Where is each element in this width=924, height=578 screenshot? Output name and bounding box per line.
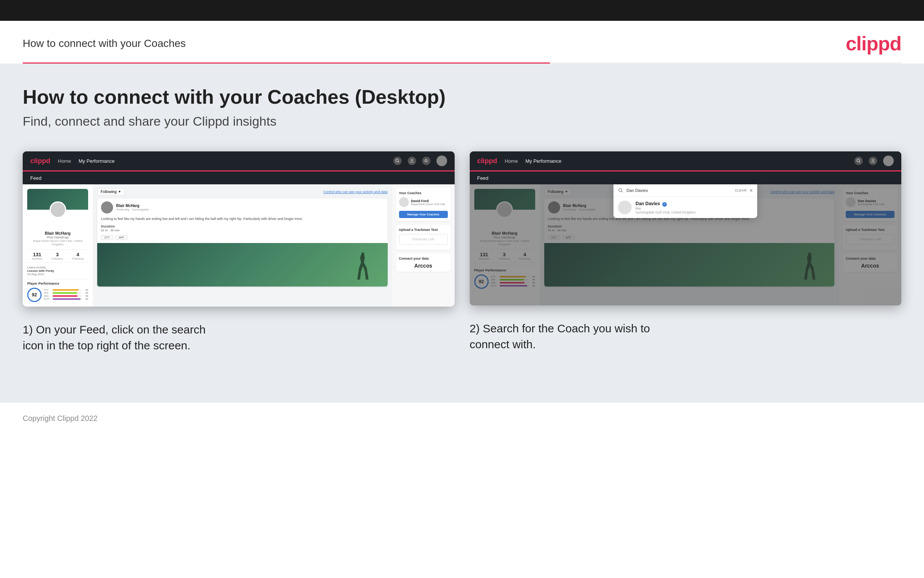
svg-point-3 bbox=[857, 159, 860, 162]
trackman-title-1: Upload a Trackman Test bbox=[399, 228, 448, 232]
post-image-1 bbox=[97, 243, 388, 287]
nav-performance-1[interactable]: My Performance bbox=[79, 158, 115, 164]
profile-name-2: Blair McHarg bbox=[474, 231, 535, 235]
feed-tab-1[interactable]: Feed bbox=[23, 170, 455, 184]
feed-tab-label-2: Feed bbox=[477, 175, 489, 181]
following-row-1: Following ▼ Control who can see your act… bbox=[97, 188, 388, 195]
result-location: Sunningdale Golf Club, United Kingdom bbox=[635, 211, 696, 214]
manage-coaches-btn-1[interactable]: Manage Your Coaches bbox=[399, 211, 448, 218]
search-bar: Dan Davies CLEAR × bbox=[613, 184, 757, 197]
profile-name-1: Blair McHarg bbox=[27, 231, 88, 235]
quality-row-1: 92 OTT90 APP85 ARG86 PUTT96 bbox=[27, 288, 88, 302]
profile-handicap-2: Plus Handicap bbox=[474, 235, 535, 239]
profile-banner-2 bbox=[474, 189, 535, 210]
post-author-name-1: Blair McHarg bbox=[116, 204, 149, 208]
nav-right-2 bbox=[854, 156, 894, 166]
svg-point-5 bbox=[872, 159, 874, 161]
control-link-1[interactable]: Control who can see your activity and da… bbox=[324, 190, 388, 194]
post-action-ott-1[interactable]: OTT bbox=[101, 235, 113, 240]
perf-2: Player Performance 92 OTT90 APP85 ARG86 … bbox=[474, 266, 535, 289]
svg-point-6 bbox=[619, 188, 622, 192]
app-nav-1: clippd Home My Performance bbox=[23, 151, 455, 170]
coaches-section-1: Your Coaches David Ford Royal North Devo… bbox=[396, 188, 451, 221]
nav-performance-2[interactable]: My Performance bbox=[525, 158, 561, 164]
connect-title-1: Connect your data bbox=[399, 257, 448, 260]
search-input-value[interactable]: Dan Davies bbox=[626, 188, 732, 193]
right-panel-2: Your Coaches Dan Davies Sunningdale Golf… bbox=[839, 184, 901, 305]
latest-activity-1: Latest Activity Lesson with Fordy 03 Aug… bbox=[27, 266, 88, 276]
top-bar bbox=[0, 0, 924, 21]
svg-point-2 bbox=[411, 159, 413, 161]
connect-section-1: Connect your data Arccos bbox=[396, 253, 451, 272]
right-panel-1: Your Coaches David Ford Royal North Devo… bbox=[392, 184, 455, 307]
search-result-item[interactable]: Dan Davies ✓ Pro Sunningdale Golf Club, … bbox=[613, 197, 757, 218]
header: How to connect with your Coaches clippd bbox=[0, 21, 924, 62]
stat-following-1: 4 Following bbox=[72, 252, 84, 260]
result-pro: Pro bbox=[635, 207, 696, 211]
svg-line-4 bbox=[859, 162, 861, 163]
main-heading: How to connect with your Coaches (Deskto… bbox=[23, 86, 901, 108]
main-subheading: Find, connect and share your Clippd insi… bbox=[23, 114, 901, 129]
screenshot-2-col: clippd Home My Performance bbox=[470, 151, 902, 354]
center-panel-1: Following ▼ Control who can see your act… bbox=[93, 184, 392, 307]
feed-tab-2[interactable]: Feed bbox=[470, 170, 902, 184]
nav-home-1[interactable]: Home bbox=[58, 158, 71, 164]
arccos-logo-1: Arccos bbox=[399, 263, 448, 269]
svg-point-0 bbox=[396, 159, 398, 162]
screenshot-1-col: clippd Home My Performance bbox=[23, 151, 455, 354]
trackman-section-1: Upload a Trackman Test Trackman Link bbox=[396, 225, 451, 250]
coaches-title-1: Your Coaches bbox=[399, 191, 448, 195]
search-icon-2[interactable] bbox=[854, 157, 863, 165]
close-search-btn[interactable]: × bbox=[750, 187, 752, 193]
stat-followers-1: 3 Followers bbox=[52, 252, 63, 260]
quality-bars-1: OTT90 APP85 ARG86 PUTT96 bbox=[44, 289, 88, 301]
nav-home-2[interactable]: Home bbox=[505, 158, 518, 164]
user-icon-1[interactable] bbox=[408, 157, 416, 165]
post-avatar-1 bbox=[101, 201, 113, 213]
post-action-app-1[interactable]: APP bbox=[115, 235, 128, 240]
page-title: How to connect with your Coaches bbox=[23, 37, 186, 50]
profile-location-1: Royal North Devon Golf Club, United King… bbox=[27, 239, 88, 246]
screenshots-row: clippd Home My Performance bbox=[23, 151, 901, 354]
user-avatar-1 bbox=[437, 156, 447, 166]
search-icon-1[interactable] bbox=[393, 157, 402, 165]
feed-tab-label: Feed bbox=[30, 175, 42, 181]
svg-line-7 bbox=[621, 191, 623, 192]
settings-icon-1[interactable]: ⚙ bbox=[422, 157, 430, 165]
following-btn-1[interactable]: Following ▼ bbox=[97, 188, 125, 195]
profile-avatar-2 bbox=[496, 201, 513, 218]
profile-avatar-1 bbox=[50, 201, 66, 218]
screenshot-2-frame: clippd Home My Performance bbox=[470, 151, 902, 305]
footer-copyright: Copyright Clippd 2022 bbox=[23, 414, 97, 422]
main-content: How to connect with your Coaches (Deskto… bbox=[0, 63, 924, 403]
clear-search-btn[interactable]: CLEAR bbox=[735, 188, 747, 192]
quality-score-1: 92 bbox=[27, 288, 42, 302]
post-header-1: Blair McHarg Yesterday · Sunningdale bbox=[97, 198, 388, 216]
coach-avatar-1 bbox=[399, 197, 409, 207]
app-logo-2: clippd bbox=[477, 157, 497, 165]
coach-name-1: David Ford bbox=[411, 199, 445, 203]
post-actions-1: OTT APP bbox=[97, 234, 388, 243]
screenshot-relative-2: Dan Davies CLEAR × Dan Davies ✓ bbox=[470, 184, 902, 305]
screenshot-1-frame: clippd Home My Performance bbox=[23, 151, 455, 307]
result-name: Dan Davies ✓ bbox=[635, 201, 696, 207]
post-meta-1: Yesterday · Sunningdale bbox=[116, 208, 149, 211]
post-card-1: Blair McHarg Yesterday · Sunningdale Loo… bbox=[97, 198, 388, 287]
stat-activities-1: 131 Activities bbox=[32, 252, 42, 260]
left-panel-2: Blair McHarg Plus Handicap Royal North D… bbox=[470, 184, 540, 305]
post-text-1: Looking to feel like my hands are exitin… bbox=[97, 216, 388, 224]
coach-item-1: David Ford Royal North Devon Golf Club bbox=[399, 197, 448, 207]
stats-row-2: 131Activities 3Followers 4Following bbox=[474, 249, 535, 263]
result-avatar bbox=[618, 201, 632, 214]
app-body-1: Blair McHarg Plus Handicap Royal North D… bbox=[23, 184, 455, 307]
nav-right-1: ⚙ bbox=[393, 156, 447, 166]
user-icon-2[interactable] bbox=[869, 157, 877, 165]
stats-row-1: 131 Activities 3 Followers 4 Following bbox=[27, 249, 88, 263]
search-overlay: Dan Davies CLEAR × Dan Davies ✓ bbox=[613, 184, 757, 218]
coach-location-1: Royal North Devon Golf Club bbox=[411, 203, 445, 206]
logo: clippd bbox=[846, 32, 901, 55]
post-duration-1: Duration01 hr : 30 min bbox=[97, 224, 388, 234]
profile-location-2: Royal North Devon Golf Club, United King… bbox=[474, 239, 535, 246]
step-2-label: 2) Search for the Coach you wish toconne… bbox=[470, 321, 902, 352]
trackman-link-box-1: Trackman Link bbox=[399, 234, 448, 245]
